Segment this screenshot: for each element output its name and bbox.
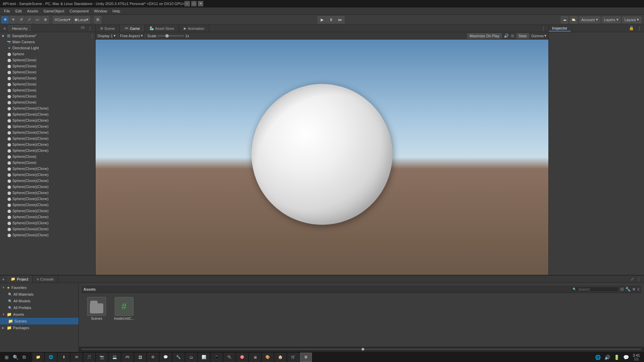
tab-inspector[interactable]: Inspector bbox=[549, 25, 571, 32]
taskbar-app-7[interactable]: 🖼 bbox=[134, 353, 146, 362]
tree-item-sphere-clone-2[interactable]: ⬤ Sphere(Clone) bbox=[0, 63, 95, 69]
tree-item-sphere-clone-clone-last[interactable]: ⬤ Sphere(Clone)(Clone) bbox=[0, 232, 95, 238]
network-icon[interactable]: 🌐 bbox=[594, 353, 602, 361]
tree-item-sphere-clone-clone-1[interactable]: ⬤ Sphere(Clone)(Clone) bbox=[0, 105, 95, 111]
taskbar-app-16[interactable]: 🖥 bbox=[249, 353, 261, 362]
tree-item-sphere-clone-5[interactable]: ⬤ Sphere(Clone) bbox=[0, 81, 95, 87]
tab-console[interactable]: ≡ Console bbox=[33, 276, 58, 283]
close-button[interactable]: ✕ bbox=[198, 1, 203, 6]
assets-section-header[interactable]: ▼ 📁 Assets bbox=[0, 311, 78, 318]
favorites-section-header[interactable]: ▼ ★ Favorites bbox=[0, 284, 78, 291]
stats-button[interactable]: Stats bbox=[516, 33, 529, 39]
tree-item-sphere-clone-clone-2[interactable]: ⬤ Sphere(Clone)(Clone) bbox=[0, 111, 95, 117]
task-view-button[interactable]: ⧉ bbox=[20, 353, 28, 361]
hand-tool-button[interactable]: ✥ bbox=[1, 16, 9, 23]
maximize-button[interactable]: □ bbox=[191, 1, 197, 6]
hierarchy-menu-button[interactable]: ⋮ bbox=[87, 26, 93, 31]
expand-icon[interactable]: ⤢ bbox=[631, 277, 634, 282]
hierarchy-add-button[interactable]: + bbox=[2, 26, 7, 31]
start-button[interactable]: ⊞ bbox=[3, 353, 11, 361]
assets-filter-icon[interactable]: 🔧 bbox=[625, 287, 631, 292]
taskbar-app-19[interactable]: 🛒 bbox=[287, 353, 299, 362]
account-dropdown[interactable]: Account ▾ bbox=[579, 16, 600, 23]
taskbar-app-9[interactable]: 💬 bbox=[160, 353, 172, 362]
notification-icon[interactable]: 💬 bbox=[622, 353, 630, 361]
tree-item-sphere-clone-4[interactable]: ⬤ Sphere(Clone) bbox=[0, 75, 95, 81]
transform-tool-button[interactable]: ⊕ bbox=[42, 16, 49, 23]
tree-item-sphere-clone-8[interactable]: ⬤ Sphere(Clone) bbox=[0, 99, 95, 105]
all-models-item[interactable]: 🔍 All Models bbox=[0, 298, 78, 304]
tab-asset-store[interactable]: 🏪 Asset Store bbox=[145, 25, 179, 32]
display-dropdown[interactable]: Display 1 ▾ bbox=[98, 34, 116, 38]
tree-item-sphere[interactable]: ⬤ Sphere bbox=[0, 51, 95, 57]
tree-item-sphere-clone-clone-11[interactable]: ⬤ Sphere(Clone)(Clone) bbox=[0, 178, 95, 184]
tree-item-sphere-clone-clone-8[interactable]: ⬤ Sphere(Clone)(Clone) bbox=[0, 147, 95, 154]
assets-column-view-icon[interactable]: ⊞ bbox=[620, 287, 624, 292]
taskbar-app-1[interactable]: ⬇ bbox=[58, 353, 70, 362]
maximize-on-play-button[interactable]: Maximize On Play bbox=[467, 33, 502, 39]
taskbar-app-3[interactable]: 🎵 bbox=[83, 353, 95, 362]
rect-tool-button[interactable]: ▭ bbox=[34, 16, 41, 23]
tree-item-sphere-clone-clone-3[interactable]: ⬤ Sphere(Clone)(Clone) bbox=[0, 117, 95, 123]
hierarchy-tree[interactable]: ▼ ⊞ SampleScene* ⋮ 📷 Main Camera ☀ Direc… bbox=[0, 32, 95, 275]
assets-search-input[interactable] bbox=[577, 287, 617, 292]
pivot-local-button[interactable]: ◉ Local ▾ bbox=[73, 16, 90, 23]
tab-game[interactable]: 🎮 Game bbox=[120, 25, 145, 32]
taskbar-app-12[interactable]: 📊 bbox=[198, 353, 210, 362]
taskbar-app-6[interactable]: 🎮 bbox=[121, 353, 133, 362]
search-taskbar-button[interactable]: 🔍 bbox=[11, 353, 19, 361]
taskbar-app-14[interactable]: 🔌 bbox=[223, 353, 235, 362]
tree-item-sphere-clone-clone-19[interactable]: ⬤ Sphere(Clone)(Clone) bbox=[0, 226, 95, 232]
tree-item-sphere-clone-6[interactable]: ⬤ Sphere(Clone) bbox=[0, 87, 95, 93]
menu-file[interactable]: File bbox=[1, 8, 13, 14]
volume-icon[interactable]: 🔊 bbox=[603, 353, 611, 361]
tree-item-sphere-clone-clone-15[interactable]: ⬤ Sphere(Clone)(Clone) bbox=[0, 202, 95, 208]
tab-project[interactable]: 📁 Project bbox=[7, 276, 33, 283]
menu-edit[interactable]: Edit bbox=[13, 8, 24, 14]
tree-item-sphere-clone-10[interactable]: ⬤ Sphere(Clone) bbox=[0, 160, 95, 166]
collab-button[interactable]: ☁ bbox=[561, 16, 568, 23]
step-button[interactable]: ⏭ bbox=[336, 16, 344, 23]
packages-section-header[interactable]: ▶ 📁 Packages bbox=[0, 324, 78, 331]
custom-tools-button[interactable]: ⊞ bbox=[94, 16, 101, 23]
tree-item-sphere-clone-3[interactable]: ⬤ Sphere(Clone) bbox=[0, 69, 95, 75]
tree-item-sphere-clone-clone-16[interactable]: ⬤ Sphere(Clone)(Clone) bbox=[0, 208, 95, 214]
system-clock[interactable]: 3:41 1/1 bbox=[632, 353, 641, 361]
taskbar-app-15[interactable]: 🎯 bbox=[236, 353, 248, 362]
tree-item-sphere-clone-clone-18[interactable]: ⬤ Sphere(Clone)(Clone) bbox=[0, 220, 95, 226]
layers-dropdown[interactable]: Layers ▾ bbox=[602, 16, 621, 23]
tree-item-sphere-clone-clone-10[interactable]: ⬤ Sphere(Clone)(Clone) bbox=[0, 172, 95, 178]
tree-item-sphere-clone-clone-17[interactable]: ⬤ Sphere(Clone)(Clone) bbox=[0, 214, 95, 220]
tab-scene[interactable]: ⊞ Scene bbox=[96, 25, 120, 32]
menu-gameobject[interactable]: GameObject bbox=[41, 8, 67, 14]
tree-item-sphere-clone-1[interactable]: ⬤ Sphere(Clone) bbox=[0, 57, 95, 63]
tree-item-sphere-clone-clone-12[interactable]: ⬤ Sphere(Clone)(Clone) bbox=[0, 184, 95, 190]
taskbar-app-17[interactable]: 🎨 bbox=[262, 353, 274, 362]
tree-item-sphere-clone-9[interactable]: ⬤ Sphere(Clone) bbox=[0, 154, 95, 160]
tree-item-sphere-clone-7[interactable]: ⬤ Sphere(Clone) bbox=[0, 93, 95, 99]
hierarchy-tab[interactable]: Hierarchy bbox=[9, 25, 31, 32]
tree-item-sphere-clone-clone-14[interactable]: ⬤ Sphere(Clone)(Clone) bbox=[0, 196, 95, 202]
taskbar-app-13[interactable]: 📱 bbox=[211, 353, 223, 362]
gizmos-dropdown[interactable]: Gizmos ▾ bbox=[531, 34, 546, 38]
tree-item-sphere-clone-clone-9[interactable]: ⬤ Sphere(Clone)(Clone) bbox=[0, 166, 95, 172]
menu-help[interactable]: Help bbox=[110, 8, 123, 14]
tree-item-sphere-clone-clone-6[interactable]: ⬤ Sphere(Clone)(Clone) bbox=[0, 135, 95, 141]
tree-item-sphere-clone-clone-5[interactable]: ⬤ Sphere(Clone)(Clone) bbox=[0, 129, 95, 135]
asset-item-scenes[interactable]: Scenes bbox=[84, 296, 109, 322]
tree-item-sphere-clone-clone-13[interactable]: ⬤ Sphere(Clone)(Clone) bbox=[0, 190, 95, 196]
battery-icon[interactable]: 🔋 bbox=[613, 353, 621, 361]
tab-animation[interactable]: ▶ Animation bbox=[179, 25, 209, 32]
scene-tabs-menu[interactable]: ⋮ bbox=[539, 26, 548, 31]
assets-star-filter-icon[interactable]: ★ bbox=[632, 287, 636, 292]
taskbar-app-2[interactable]: ✉ bbox=[70, 353, 83, 362]
taskbar-app-chrome[interactable]: 🌐 bbox=[45, 353, 57, 362]
scene-viewport[interactable] bbox=[96, 40, 548, 275]
move-tool-button[interactable]: ✛ bbox=[9, 16, 17, 23]
aspect-dropdown[interactable]: Free Aspect ▾ bbox=[120, 34, 143, 38]
asset-item-script[interactable]: # InsideUnitC... bbox=[112, 296, 137, 322]
assets-zoom-slider[interactable] bbox=[82, 349, 641, 350]
tree-item-main-camera[interactable]: 📷 Main Camera bbox=[0, 39, 95, 45]
taskbar-app-4[interactable]: 📷 bbox=[96, 353, 108, 362]
taskbar-app-5[interactable]: 💻 bbox=[109, 353, 121, 362]
